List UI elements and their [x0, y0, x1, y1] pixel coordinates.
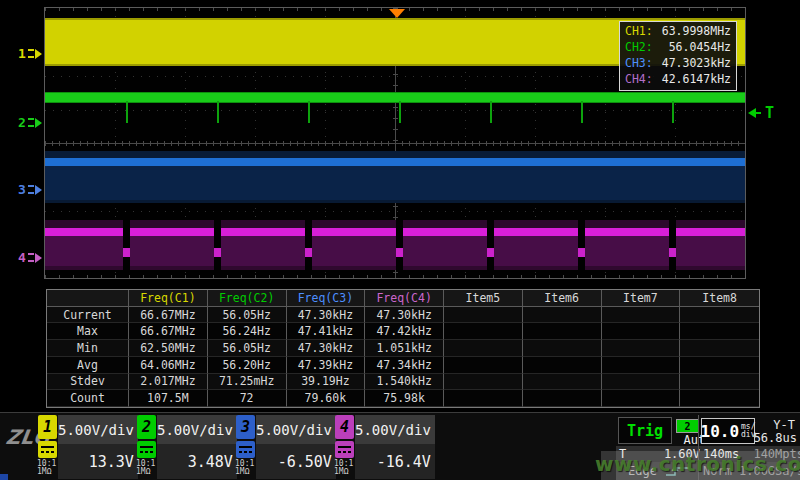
probe-impedance: 1MΩ	[334, 468, 355, 476]
table-cell: 47.30kHz	[365, 307, 444, 324]
channel-offset-value[interactable]: -6.50V	[256, 444, 336, 479]
table-row-label: Current	[47, 307, 129, 324]
graticule-hcenter	[45, 143, 745, 144]
table-cell: 79.60k	[287, 390, 366, 407]
ch4-trace-gap	[578, 218, 585, 270]
table-header-cell: Item8	[680, 290, 759, 307]
timebase-scale-value: 10.0	[701, 422, 740, 441]
channel-scale-value[interactable]: 5.00V/div	[355, 415, 435, 444]
table-cell: 56.20Hz	[208, 357, 287, 374]
probe-impedance: 1MΩ	[37, 468, 58, 476]
channel-settings: 5.00V/div13.3V	[58, 415, 138, 479]
ground-icon	[28, 118, 34, 127]
channel-scale-value[interactable]: 5.00V/div	[256, 415, 336, 444]
table-header-cell: Freq(C1)	[129, 290, 208, 307]
table-cell	[680, 374, 759, 391]
channel-settings: 5.00V/div3.48V	[157, 415, 237, 479]
freq-readout-label: CH4:	[625, 71, 653, 87]
table-cell: 47.30kHz	[287, 307, 366, 324]
ch4-trace-noise-top	[45, 220, 745, 228]
table-header-cell	[47, 290, 129, 307]
coupling-solid-line	[41, 446, 54, 448]
channel-badge-column: 110:11MΩ	[37, 415, 58, 479]
channel-number: 2	[18, 115, 26, 130]
display-mode: Y-T	[773, 418, 795, 432]
freq-readout-value: 42.6147kHz	[662, 71, 731, 87]
channel-badge-column: 410:11MΩ	[334, 415, 355, 479]
arrow-left-icon-stem	[756, 112, 761, 114]
table-cell	[602, 390, 681, 407]
table-cell: 47.34kHz	[365, 357, 444, 374]
ch3-trace-noise-bottom	[45, 200, 745, 203]
channel-number: 4	[18, 250, 26, 265]
freq-readout-row: CH4:42.6147kHz	[620, 71, 736, 87]
channel-offset-value[interactable]: 3.48V	[157, 444, 237, 479]
table-cell	[680, 323, 759, 340]
ch4-trace-gap-pulse	[123, 248, 130, 257]
channel-coupling-icon[interactable]	[335, 441, 354, 458]
ch4-trace-gap-pulse	[305, 248, 312, 257]
channel-3-position-marker[interactable]: 3	[18, 182, 42, 197]
ch4-trace-gap-pulse	[578, 248, 585, 257]
channel-1-block[interactable]: 110:11MΩ5.00V/div13.3V	[37, 415, 134, 479]
trigger-source-badge[interactable]: 2	[676, 419, 699, 433]
trigger-position-marker[interactable]	[389, 9, 405, 18]
freq-readout-row: CH1:63.9998MHz	[620, 23, 736, 39]
table-cell: 47.42kHz	[365, 323, 444, 340]
ch4-trace-gap	[669, 218, 676, 270]
ch4-trace-gap	[123, 218, 130, 270]
table-cell: 62.50MHz	[129, 340, 208, 357]
ch4-trace-top	[45, 228, 745, 236]
freq-readout-row: CH2:56.0454Hz	[620, 39, 736, 55]
freq-readout-value: 47.3023kHz	[662, 55, 731, 71]
channel-offset-value[interactable]: 13.3V	[58, 444, 138, 479]
table-cell: 56.05Hz	[208, 340, 287, 357]
probe-impedance: 1MΩ	[136, 468, 157, 476]
probe-impedance: 1MΩ	[235, 468, 256, 476]
channel-coupling-icon[interactable]	[137, 441, 156, 458]
freq-readout-label: CH3:	[625, 55, 653, 71]
channel-number-badge[interactable]: 3	[236, 415, 255, 439]
table-cell	[444, 307, 523, 324]
trigger-source-number: 2	[684, 421, 690, 432]
table-cell: 2.017MHz	[129, 374, 208, 391]
channel-coupling-icon[interactable]	[236, 441, 255, 458]
trigger-button[interactable]: Trig	[618, 417, 672, 444]
channel-scale-value[interactable]: 5.00V/div	[58, 415, 138, 444]
arrow-left-icon	[748, 108, 756, 118]
channel-2-position-marker[interactable]: 2	[18, 115, 42, 130]
trigger-level-marker[interactable]: T	[748, 104, 774, 122]
channel-number: 1	[18, 46, 26, 61]
channel-probe-info: 10:11MΩ	[235, 460, 256, 476]
channel-2-block[interactable]: 210:11MΩ5.00V/div3.48V	[136, 415, 233, 479]
channel-badge-column: 310:11MΩ	[235, 415, 256, 479]
corner-artifact	[0, 474, 8, 480]
ch2-trace	[45, 92, 745, 103]
ch2-trace-spike	[581, 101, 583, 123]
channel-number-badge[interactable]: 4	[335, 415, 354, 439]
channel-coupling-icon[interactable]	[38, 441, 57, 458]
trigger-level-letter: T	[765, 104, 774, 122]
channel-1-position-marker[interactable]: 1	[18, 46, 42, 61]
arrow-right-icon	[35, 118, 42, 128]
ch4-trace-fill	[45, 236, 745, 266]
coupling-solid-line	[239, 446, 252, 448]
channel-3-block[interactable]: 310:11MΩ5.00V/div-6.50V	[235, 415, 332, 479]
channel-4-position-marker[interactable]: 4	[18, 250, 42, 265]
channel-number-badge[interactable]: 1	[38, 415, 57, 439]
ch3-trace-fill	[45, 166, 745, 200]
coupling-dashed-line	[140, 451, 153, 453]
watermark-text: www.cntronics.com	[595, 452, 800, 476]
channel-offset-value[interactable]: -16.4V	[355, 444, 435, 479]
channel-scale-value[interactable]: 5.00V/div	[157, 415, 237, 444]
channel-settings: 5.00V/div-16.4V	[355, 415, 435, 479]
table-cell: 39.19Hz	[287, 374, 366, 391]
timebase-scale-button[interactable]: 10.0 ms/ div	[701, 418, 755, 444]
table-cell	[680, 340, 759, 357]
ch2-trace-spike	[672, 101, 674, 123]
table-cell	[444, 357, 523, 374]
channel-4-block[interactable]: 410:11MΩ5.00V/div-16.4V	[334, 415, 431, 479]
channel-number-badge[interactable]: 2	[137, 415, 156, 439]
table-cell: 47.41kHz	[287, 323, 366, 340]
ch4-trace-gap-pulse	[487, 248, 494, 257]
